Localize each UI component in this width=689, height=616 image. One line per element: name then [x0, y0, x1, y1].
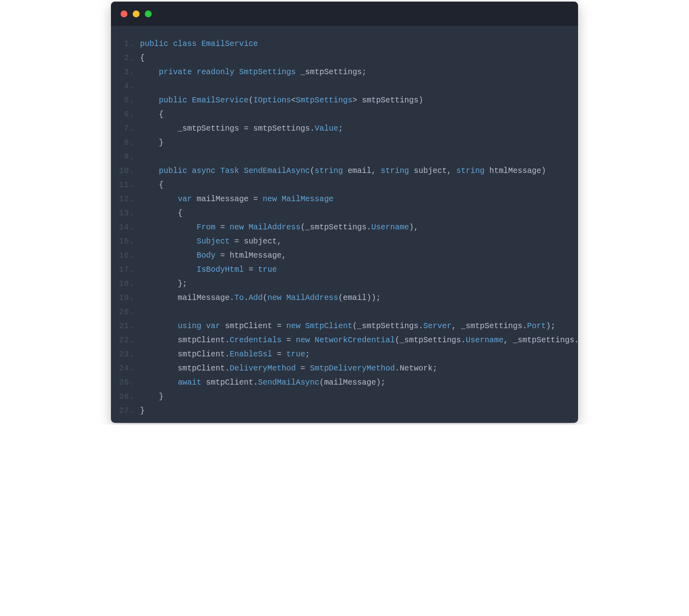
token: IOptions [253, 96, 291, 105]
code-line[interactable]: 15. Subject = subject, [111, 235, 578, 249]
code-line[interactable]: 27.} [111, 404, 578, 418]
line-number: 26. [111, 390, 140, 404]
code-line[interactable]: 24. smtpClient.DeliveryMethod = SmtpDeli… [111, 362, 578, 376]
code-line[interactable]: 1.public class EmailService [111, 37, 578, 51]
token: ; [338, 124, 343, 133]
line-number: 12. [111, 192, 140, 206]
line-content[interactable]: var mailMessage = new MailMessage [140, 192, 578, 206]
line-content[interactable]: } [140, 390, 578, 404]
code-line[interactable]: 7. _smtpSettings = smtpSettings.Value; [111, 122, 578, 136]
token [140, 378, 178, 387]
token: Add [248, 293, 263, 302]
token: readonly [196, 68, 234, 77]
token [234, 68, 239, 77]
code-line[interactable]: 17. IsBodyHtml = true [111, 263, 578, 277]
line-content[interactable]: public class EmailService [140, 37, 578, 51]
line-content[interactable]: public async Task SendEmailAsync(string … [140, 164, 578, 178]
token [140, 322, 178, 331]
code-line[interactable]: 5. public EmailService(IOptions<SmtpSett… [111, 94, 578, 108]
code-line[interactable]: 26. } [111, 390, 578, 404]
token: public [140, 40, 168, 48]
line-number: 15. [111, 235, 140, 249]
token [140, 181, 159, 189]
token [187, 96, 192, 105]
line-content[interactable]: { [140, 206, 578, 221]
code-line[interactable]: 2.{ [111, 51, 578, 65]
code-line[interactable]: 20. [111, 305, 578, 319]
code-line[interactable]: 10. public async Task SendEmailAsync(str… [111, 164, 578, 178]
token [140, 392, 159, 401]
code-line[interactable]: 13. { [111, 206, 578, 221]
token: Server [423, 322, 451, 331]
line-content[interactable]: }; [140, 277, 578, 291]
token [140, 279, 178, 288]
line-number: 21. [111, 319, 140, 333]
code-line[interactable]: 9. [111, 150, 578, 164]
code-line[interactable]: 11. { [111, 178, 578, 192]
line-number: 19. [111, 291, 140, 305]
line-content[interactable] [140, 305, 578, 319]
code-line[interactable]: 8. } [111, 136, 578, 150]
code-editor[interactable]: 1.public class EmailService2.{3. private… [111, 26, 578, 423]
code-line[interactable]: 25. await smtpClient.SendMailAsync(mailM… [111, 376, 578, 390]
code-line[interactable]: 21. using var smtpClient = new SmtpClien… [111, 319, 578, 333]
line-content[interactable]: await smtpClient.SendMailAsync(mailMessa… [140, 376, 578, 390]
line-content[interactable]: { [140, 108, 578, 122]
line-content[interactable] [140, 79, 578, 94]
line-content[interactable]: mailMessage.To.Add(new MailAddress(email… [140, 291, 578, 305]
line-number: 16. [111, 249, 140, 263]
code-line[interactable]: 14. From = new MailAddress(_smtpSettings… [111, 221, 578, 235]
line-content[interactable]: smtpClient.Credentials = new NetworkCred… [140, 333, 578, 348]
code-line[interactable]: 3. private readonly SmtpSettings _smtpSe… [111, 65, 578, 79]
token: SmtpSettings [239, 68, 296, 77]
line-content[interactable]: smtpClient.EnableSsl = true; [140, 348, 578, 362]
token: new [296, 336, 310, 345]
line-content[interactable]: smtpClient.DeliveryMethod = SmtpDelivery… [140, 362, 578, 376]
line-content[interactable]: public EmailService(IOptions<SmtpSetting… [140, 94, 578, 108]
token: ( [319, 378, 324, 387]
token: } [140, 406, 145, 415]
token: = htmlMessage, [215, 251, 286, 260]
token: ( [310, 166, 315, 175]
code-line[interactable]: 12. var mailMessage = new MailMessage [111, 192, 578, 206]
line-content[interactable] [140, 150, 578, 164]
token [140, 110, 159, 119]
line-number: 22. [111, 333, 140, 348]
line-content[interactable]: _smtpSettings = smtpSettings.Value; [140, 122, 578, 136]
token [192, 68, 197, 77]
token: Username [466, 336, 503, 345]
code-line[interactable]: 16. Body = htmlMessage, [111, 249, 578, 263]
code-line[interactable]: 19. mailMessage.To.Add(new MailAddress(e… [111, 291, 578, 305]
line-number: 25. [111, 376, 140, 390]
token [140, 237, 196, 246]
code-line[interactable]: 22. smtpClient.Credentials = new Network… [111, 333, 578, 348]
code-line[interactable]: 4. [111, 79, 578, 94]
line-content[interactable]: From = new MailAddress(_smtpSettings.Use… [140, 221, 578, 235]
code-line[interactable]: 18. }; [111, 277, 578, 291]
token [140, 251, 196, 260]
line-content[interactable]: IsBodyHtml = true [140, 263, 578, 277]
token: = [215, 223, 230, 232]
code-line[interactable]: 6. { [111, 108, 578, 122]
minimize-icon[interactable] [133, 10, 140, 17]
line-content[interactable]: } [140, 136, 578, 150]
token [168, 40, 173, 48]
line-number: 4. [111, 79, 140, 94]
token: ( [248, 96, 253, 105]
token: smtpSettings) [357, 96, 423, 105]
token: SendEmailAsync [244, 166, 310, 175]
token: subject, [409, 166, 456, 175]
line-content[interactable]: { [140, 51, 578, 65]
token: > [353, 96, 357, 105]
line-content[interactable]: using var smtpClient = new SmtpClient(_s… [140, 319, 578, 333]
token: = subject, [230, 237, 282, 246]
line-content[interactable]: { [140, 178, 578, 192]
token: { [178, 209, 183, 218]
line-content[interactable]: private readonly SmtpSettings _smtpSetti… [140, 65, 578, 79]
code-line[interactable]: 23. smtpClient.EnableSsl = true; [111, 348, 578, 362]
zoom-icon[interactable] [145, 10, 152, 17]
line-content[interactable]: Subject = subject, [140, 235, 578, 249]
close-icon[interactable] [121, 10, 127, 17]
line-content[interactable]: } [140, 404, 578, 418]
line-content[interactable]: Body = htmlMessage, [140, 249, 578, 263]
